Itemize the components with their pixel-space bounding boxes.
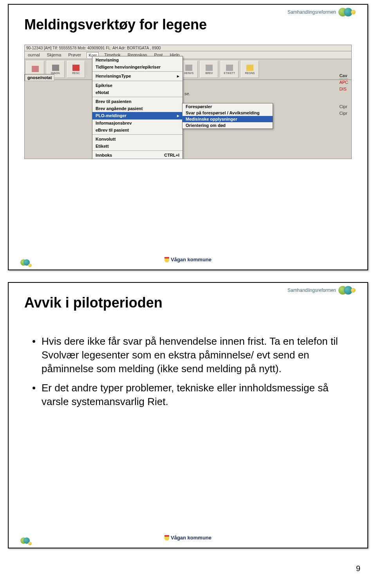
slide-1: Samhandlingsreformen Meldingsverktøy for… (8, 4, 368, 270)
menu-option[interactable]: Konvolutt (92, 136, 183, 143)
menu-item[interactable]: ournal (26, 52, 42, 58)
shortcut-label: CTRL+I (164, 153, 179, 157)
toolbar-button[interactable]: ETIKETT (221, 61, 239, 78)
menu-option-highlight[interactable]: PLO-meldinger▸ (92, 112, 183, 119)
submenu-option[interactable]: Svar på forespørsel / Avviksmelding (183, 110, 273, 116)
bubble-logo-icon (338, 286, 356, 295)
korr-dropdown: Henvisning Tidligere henvisninger/epikri… (92, 56, 183, 159)
menu-option[interactable]: Tidligere henvisninger/epikriser (92, 63, 183, 71)
side-item: DIS (339, 86, 348, 92)
toolbar-button[interactable]: REGNS (241, 61, 259, 78)
se-label: se. (184, 91, 190, 96)
side-item: Cipr (339, 104, 348, 110)
menu-option[interactable]: Etikett (92, 143, 183, 150)
side-item: Cipr (339, 110, 348, 116)
bullet-item: Hvis dere ikke får svar på henvendelse i… (32, 335, 344, 376)
slide-2: Samhandlingsreformen Avvik i pilotperiod… (8, 282, 368, 548)
slide-header: Samhandlingsreformen (287, 286, 356, 295)
vagan-kommune-logo: Vågan kommune (164, 257, 212, 262)
menu-bar: ournal Skjema Prøver Korr Timebok Regnsk… (25, 51, 351, 59)
submenu-option[interactable]: Orientering om død (183, 122, 273, 128)
menu-option[interactable]: Innboks CTRL+I (92, 152, 183, 159)
vagan-kommune-logo: Vågan kommune (164, 535, 212, 541)
side-item: APC (339, 80, 348, 85)
side-header: Cav (339, 73, 348, 79)
address-bar: 90-12343 [AH] Tlf: 55555578 Mob: 4090909… (25, 45, 351, 51)
menu-option[interactable]: eBrev til pasient (92, 127, 183, 134)
menu-option[interactable]: Brev til pasienten (92, 98, 183, 105)
header-label: Samhandlingsreformen (287, 288, 336, 293)
plo-submenu: Forespørsler Svar på forespørsel / Avvik… (182, 103, 273, 129)
menu-item[interactable]: Skjema (45, 52, 63, 58)
chevron-right-icon: ▸ (177, 113, 179, 118)
side-panel: Cav APC DIS Cipr Cipr (339, 72, 348, 117)
gnose-label: gnose/notat (25, 74, 54, 81)
header-label: Samhandlingsreformen (287, 9, 336, 15)
bullet-item: Er det andre typer problemer, tekniske e… (32, 381, 344, 409)
menu-option[interactable]: Henvisning (92, 56, 183, 63)
menu-item[interactable]: Prøver (67, 52, 83, 58)
menu-option[interactable]: Informasjonsbrev (92, 119, 183, 127)
app-screenshot: 90-12343 [AH] Tlf: 55555578 Mob: 4090909… (24, 45, 352, 159)
submenu-option[interactable]: Forespørsler (183, 103, 273, 110)
crest-icon (164, 257, 169, 262)
slide-body: Hvis dere ikke får svar på henvendelse i… (9, 315, 367, 422)
toolbar-button[interactable]: RESC (67, 61, 85, 78)
toolbar-button[interactable]: BREV (200, 61, 218, 78)
slide-header: Samhandlingsreformen (287, 8, 356, 16)
menu-option[interactable]: Epikrise (92, 82, 183, 89)
menu-option[interactable]: eNotat (92, 89, 183, 96)
crest-icon (164, 535, 169, 541)
submenu-option-highlight[interactable]: Medisinske opplysninger (183, 116, 273, 122)
menu-option-submenu[interactable]: HenvisningsType ▸ (92, 72, 183, 80)
page-number: 9 (0, 560, 376, 581)
chevron-right-icon: ▸ (177, 74, 179, 79)
slide-footer: Vågan kommune (9, 257, 367, 262)
slide-footer: Vågan kommune (9, 535, 367, 541)
toolbar: DIAGN. RESC HENVS BREV ETIKETT REGNS (25, 59, 351, 80)
bubble-logo-icon (338, 8, 356, 16)
menu-option[interactable]: Brev angående pasient (92, 105, 183, 112)
